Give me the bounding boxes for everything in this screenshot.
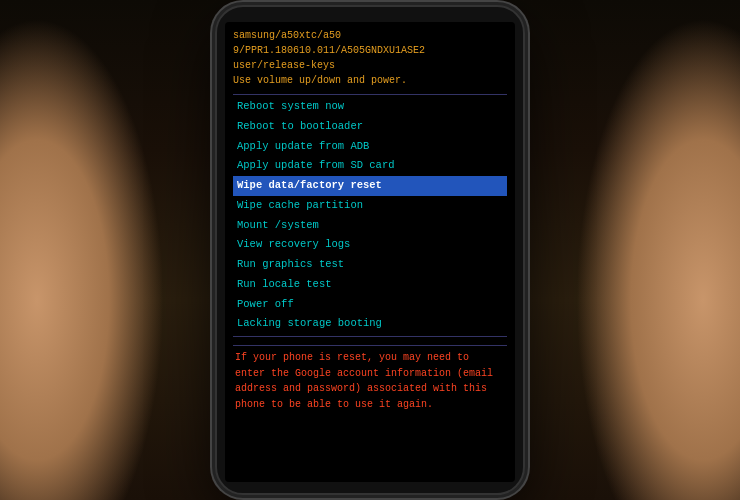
header-line3: user/release-keys <box>233 58 507 73</box>
menu-item-mount-system[interactable]: Mount /system <box>233 216 507 236</box>
menu-item-wipe-factory[interactable]: Wipe data/factory reset <box>233 176 507 196</box>
scene: samsung/a50xtc/a50 9/PPR1.180610.011/A50… <box>0 0 740 500</box>
menu-item-reboot-bootloader[interactable]: Reboot to bootloader <box>233 117 507 137</box>
phone-screen: samsung/a50xtc/a50 9/PPR1.180610.011/A50… <box>225 22 515 482</box>
header-line4: Use volume up/down and power. <box>233 73 507 88</box>
warning-box: If your phone is reset, you may need to … <box>233 345 507 416</box>
menu-item-apply-adb[interactable]: Apply update from ADB <box>233 137 507 157</box>
menu-item-reboot-system[interactable]: Reboot system now <box>233 97 507 117</box>
device-header: samsung/a50xtc/a50 9/PPR1.180610.011/A50… <box>233 28 507 88</box>
warning-text: If your phone is reset, you may need to … <box>235 350 505 412</box>
header-line1: samsung/a50xtc/a50 <box>233 28 507 43</box>
phone: samsung/a50xtc/a50 9/PPR1.180610.011/A50… <box>215 5 525 495</box>
menu-item-lacking-storage[interactable]: Lacking storage booting <box>233 314 507 334</box>
header-divider <box>233 94 507 95</box>
warning-divider <box>233 336 507 337</box>
recovery-menu: Reboot system now Reboot to bootloader A… <box>233 97 507 334</box>
header-line2: 9/PPR1.180610.011/A505GNDXU1ASE2 <box>233 43 507 58</box>
menu-item-apply-sdcard[interactable]: Apply update from SD card <box>233 156 507 176</box>
menu-item-graphics-test[interactable]: Run graphics test <box>233 255 507 275</box>
menu-item-view-logs[interactable]: View recovery logs <box>233 235 507 255</box>
menu-item-wipe-cache[interactable]: Wipe cache partition <box>233 196 507 216</box>
menu-item-power-off[interactable]: Power off <box>233 295 507 315</box>
menu-item-locale-test[interactable]: Run locale test <box>233 275 507 295</box>
